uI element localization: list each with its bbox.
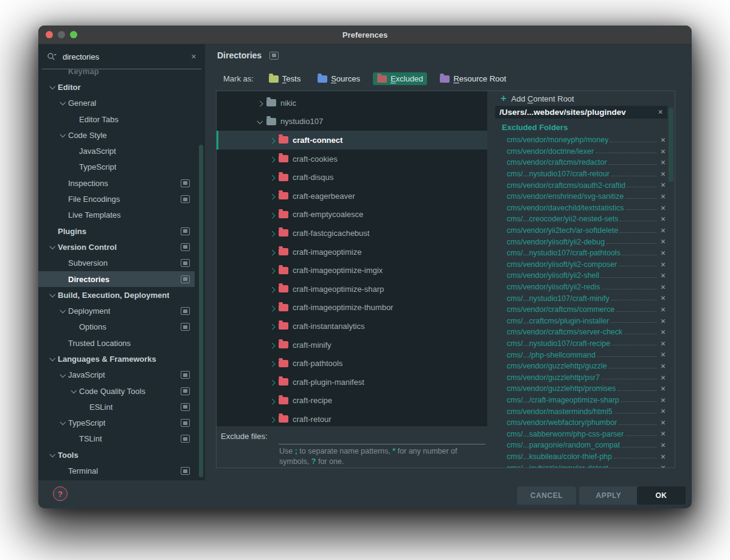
- mark-as-option[interactable]: Tests: [265, 72, 305, 85]
- sidebar-item[interactable]: File Encodings: [38, 191, 195, 207]
- tree-item[interactable]: craft-imageoptimize-thumbor: [217, 299, 487, 317]
- tree-item[interactable]: craft-pathtools: [217, 354, 487, 373]
- chevron-icon[interactable]: [255, 117, 264, 126]
- chevron-icon[interactable]: [268, 210, 276, 220]
- mark-as-option[interactable]: Excluded: [373, 72, 427, 85]
- chevron-icon[interactable]: [268, 414, 276, 424]
- remove-excluded-folder-icon[interactable]: ✕: [659, 227, 667, 234]
- remove-excluded-folder-icon[interactable]: ✕: [659, 397, 667, 404]
- remove-excluded-folder-icon[interactable]: ✕: [659, 159, 667, 166]
- chevron-icon[interactable]: [268, 228, 276, 238]
- tree-item[interactable]: craft-emptycoalesce: [217, 206, 487, 224]
- sidebar-item[interactable]: General: [38, 95, 195, 111]
- chevron-icon[interactable]: [268, 191, 276, 201]
- remove-excluded-folder-icon[interactable]: ✕: [659, 465, 667, 468]
- mark-as-option[interactable]: Resource Root: [436, 72, 510, 85]
- remove-excluded-folder-icon[interactable]: ✕: [659, 340, 667, 347]
- remove-excluded-folder-icon[interactable]: ✕: [659, 375, 667, 381]
- remove-excluded-folder-icon[interactable]: ✕: [659, 363, 667, 370]
- remove-excluded-folder-icon[interactable]: ✕: [659, 318, 667, 325]
- chevron-icon[interactable]: [268, 284, 276, 294]
- sidebar-scrollbar[interactable]: [199, 145, 203, 477]
- tree-item[interactable]: nikic: [217, 94, 487, 112]
- chevron-icon[interactable]: [268, 173, 276, 182]
- remove-excluded-folder-icon[interactable]: ✕: [659, 171, 667, 178]
- remove-excluded-folder-icon[interactable]: ✕: [659, 216, 667, 223]
- close-window-button[interactable]: [46, 31, 53, 38]
- sidebar-item[interactable]: Terminal: [38, 463, 195, 479]
- remove-excluded-folder-icon[interactable]: ✕: [659, 420, 667, 426]
- remove-excluded-folder-icon[interactable]: ✕: [659, 137, 667, 143]
- remove-excluded-folder-icon[interactable]: ✕: [659, 295, 667, 302]
- chevron-icon[interactable]: [255, 98, 264, 108]
- chevron-icon[interactable]: [268, 377, 276, 387]
- cancel-button[interactable]: CANCEL: [517, 486, 576, 505]
- tree-item[interactable]: craft-imageoptimize-sharp: [217, 280, 487, 299]
- remove-excluded-folder-icon[interactable]: ✕: [659, 351, 667, 358]
- remove-excluded-folder-icon[interactable]: ✕: [659, 261, 667, 268]
- search-input[interactable]: [63, 52, 186, 61]
- clear-search-icon[interactable]: ✕: [191, 53, 196, 61]
- tree-item[interactable]: craft-plugin-manifest: [217, 373, 487, 392]
- exclude-files-input[interactable]: [279, 428, 485, 444]
- remove-excluded-folder-icon[interactable]: ✕: [659, 385, 667, 392]
- sidebar-item[interactable]: Version Control: [38, 239, 195, 255]
- tree-item[interactable]: craft-disqus: [217, 168, 487, 187]
- chevron-icon[interactable]: [268, 266, 276, 275]
- remove-excluded-folder-icon[interactable]: ✕: [659, 408, 667, 415]
- sidebar-item[interactable]: Deployment: [38, 303, 195, 319]
- remove-excluded-folder-icon[interactable]: ✕: [659, 306, 667, 313]
- tree-item[interactable]: craft-minify: [217, 336, 487, 354]
- sidebar-item[interactable]: Build, Execution, Deployment: [38, 287, 195, 303]
- sidebar-item[interactable]: TypeScript: [38, 159, 195, 175]
- sidebar-item[interactable]: Tools: [38, 447, 195, 463]
- tree-item[interactable]: craft-fastcgicachebust: [217, 224, 487, 243]
- sidebar-item[interactable]: JavaScript: [38, 367, 195, 383]
- sidebar-item[interactable]: Directories: [38, 271, 195, 287]
- chevron-icon[interactable]: [268, 154, 276, 164]
- sidebar-item[interactable]: Subversion: [38, 255, 195, 271]
- sidebar-item[interactable]: Languages & Frameworks: [38, 351, 195, 367]
- sidebar-item[interactable]: Editor Tabs: [38, 111, 195, 127]
- chevron-icon[interactable]: [268, 303, 276, 313]
- tree-item[interactable]: craft-imageoptimize: [217, 243, 487, 261]
- zoom-window-button[interactable]: [70, 31, 77, 38]
- sidebar-item[interactable]: Code Style: [38, 127, 195, 143]
- chevron-icon[interactable]: [268, 247, 276, 257]
- help-button[interactable]: ?: [53, 486, 68, 501]
- remove-excluded-folder-icon[interactable]: ✕: [659, 205, 667, 212]
- tree-item[interactable]: craft-imageoptimize-imgix: [217, 261, 487, 280]
- tree-item[interactable]: nystudio107: [217, 112, 487, 131]
- sidebar-item[interactable]: Options: [38, 319, 195, 335]
- sidebar-item[interactable]: Plugins: [38, 223, 195, 239]
- add-content-root-button[interactable]: + Add Content Root: [501, 94, 574, 103]
- minimize-window-button[interactable]: [58, 31, 65, 38]
- chevron-icon[interactable]: [268, 321, 276, 331]
- chevron-icon[interactable]: [268, 340, 276, 350]
- tree-item[interactable]: craft-instantanalytics: [217, 317, 487, 336]
- sidebar-item[interactable]: Live Templates: [38, 207, 195, 223]
- tree-item[interactable]: craft-retour: [217, 410, 487, 426]
- chevron-icon[interactable]: [268, 359, 276, 368]
- tree-item[interactable]: craft-cookies: [217, 150, 487, 168]
- sidebar-item[interactable]: JavaScript: [38, 143, 195, 159]
- remove-excluded-folder-icon[interactable]: ✕: [659, 182, 667, 188]
- sidebar-item[interactable]: TSLint: [38, 431, 195, 447]
- apply-button[interactable]: APPLY: [579, 486, 638, 505]
- sidebar-item[interactable]: Editor: [38, 79, 195, 95]
- remove-excluded-folder-icon[interactable]: ✕: [659, 284, 667, 291]
- settings-search-field[interactable]: ✕: [42, 44, 201, 69]
- sidebar-item[interactable]: ESLint: [38, 399, 195, 415]
- ok-button[interactable]: OK: [637, 486, 686, 505]
- chevron-icon[interactable]: [268, 135, 276, 145]
- sidebar-item[interactable]: TypeScript: [38, 415, 195, 431]
- chevron-icon[interactable]: [268, 396, 276, 406]
- remove-excluded-folder-icon[interactable]: ✕: [659, 329, 667, 336]
- remove-excluded-folder-icon[interactable]: ✕: [659, 238, 667, 245]
- remove-excluded-folder-icon[interactable]: ✕: [659, 250, 667, 257]
- sidebar-item[interactable]: Trusted Locations: [38, 335, 195, 351]
- sidebar-item[interactable]: Inspections: [38, 175, 195, 191]
- remove-excluded-folder-icon[interactable]: ✕: [659, 454, 667, 460]
- excluded-list-scrollbar[interactable]: [669, 108, 673, 182]
- content-root-row[interactable]: /Users/...webdev/sites/plugindev ✕: [495, 106, 667, 119]
